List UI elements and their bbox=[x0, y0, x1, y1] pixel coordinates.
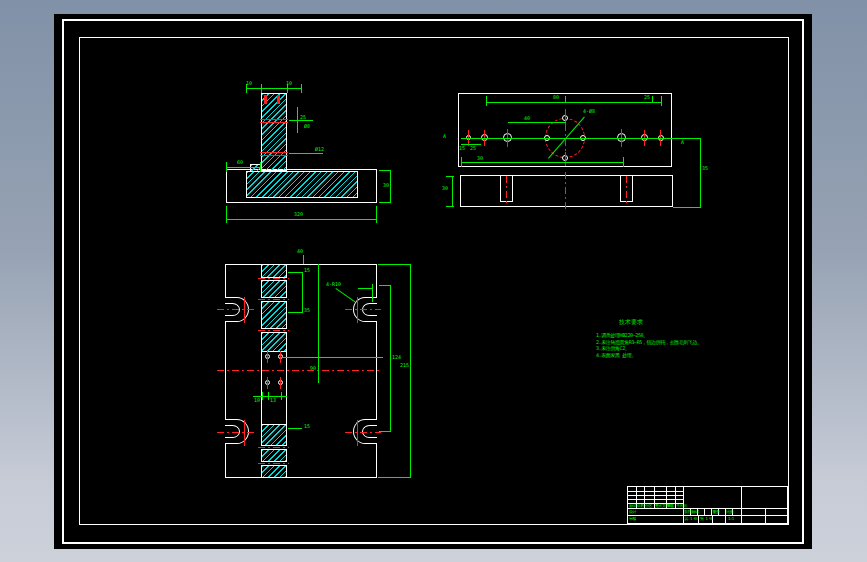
dimension-line bbox=[486, 96, 487, 106]
tech-requirements-line: 4.表面发黑 处理。 bbox=[596, 353, 636, 358]
tech-requirements-title: 技术要求 bbox=[619, 319, 643, 325]
center-line bbox=[217, 432, 257, 433]
center-line bbox=[258, 299, 289, 300]
dimension-label: 215 bbox=[400, 363, 409, 368]
center-line bbox=[217, 370, 380, 371]
dimension-line bbox=[379, 170, 390, 171]
center-line bbox=[244, 420, 245, 446]
dimension-label: 25 bbox=[470, 146, 476, 151]
dimension-line bbox=[379, 285, 390, 286]
title-block: 标记 处数 分区 更改文件号 签名 年月日 设计 审核 阶段标记 重量 比例 1… bbox=[627, 486, 788, 524]
dimension-label: 4-Ø8 bbox=[583, 109, 595, 114]
page-background: 10 10 25 Ø8 Ø12 60 320 30 bbox=[0, 0, 867, 562]
dimension-label: 10 bbox=[246, 81, 252, 86]
dimension-label: 40 bbox=[524, 116, 530, 121]
dimension-line bbox=[303, 255, 304, 264]
grid-line bbox=[725, 515, 726, 523]
dimension-line bbox=[376, 206, 377, 223]
center-line bbox=[280, 377, 281, 389]
grid-line bbox=[704, 508, 705, 515]
center-line bbox=[506, 176, 507, 206]
dimension-label: Ø8 bbox=[304, 124, 310, 129]
title-block-cell: 1:1 bbox=[728, 517, 734, 521]
tech-requirements-line: 2.未注铸造圆角R3~R5，锐边倒钝，去除毛刺飞边。 bbox=[596, 340, 702, 345]
dimension-line bbox=[446, 176, 454, 177]
dimension-line bbox=[461, 162, 623, 163]
outline bbox=[500, 175, 501, 202]
title-block-cell: 比例 bbox=[726, 510, 733, 514]
hatch-area bbox=[261, 93, 287, 171]
title-block-cell: 审核 bbox=[629, 517, 636, 521]
outline bbox=[512, 175, 513, 202]
outline bbox=[225, 264, 377, 478]
section-label: A bbox=[443, 134, 446, 139]
center-line bbox=[260, 122, 288, 123]
dimension-line bbox=[378, 264, 411, 265]
dimension-label: 40 bbox=[297, 249, 303, 254]
dimension-line bbox=[289, 153, 323, 154]
dimension-line bbox=[390, 170, 391, 203]
center-line bbox=[357, 420, 358, 446]
dimension-line bbox=[288, 272, 302, 273]
dimension-line bbox=[260, 162, 261, 172]
outline bbox=[632, 175, 633, 202]
grid-line bbox=[628, 508, 787, 509]
hole-slot bbox=[277, 95, 280, 104]
tech-requirements-line: 1.调质处理HB220~250。 bbox=[596, 333, 648, 338]
drawing-frame-inner bbox=[79, 37, 789, 525]
dimension-line bbox=[461, 157, 462, 167]
dimension-label: 25 bbox=[644, 95, 650, 100]
center-line bbox=[626, 176, 627, 206]
title-block-cell: 设计 bbox=[629, 510, 636, 514]
title-block-cell: 签名 bbox=[667, 504, 674, 508]
dimension-line bbox=[301, 84, 302, 93]
center-line bbox=[260, 152, 288, 153]
title-block-cell: 标记 bbox=[629, 504, 636, 508]
grid-line bbox=[741, 487, 742, 523]
dimension-label: 35 bbox=[702, 166, 708, 171]
title-block-cell: 处数 bbox=[637, 504, 644, 508]
center-line bbox=[260, 155, 288, 156]
dimension-label: Ø12 bbox=[315, 147, 324, 152]
dimension-line bbox=[652, 96, 653, 103]
dimension-line bbox=[226, 167, 261, 168]
dimension-label: 10 bbox=[286, 81, 292, 86]
dimension-label: 30 bbox=[383, 183, 389, 188]
hatch-area bbox=[261, 465, 287, 478]
hole-slot bbox=[264, 95, 267, 104]
dimension-line bbox=[281, 357, 383, 358]
center-line bbox=[267, 351, 268, 363]
dimension-label: 80 bbox=[553, 95, 559, 100]
dimension-label: 15 bbox=[304, 424, 310, 429]
dimension-line bbox=[673, 207, 700, 208]
center-line bbox=[258, 463, 289, 464]
dimension-label: 4-R10 bbox=[326, 282, 341, 287]
hatch-area bbox=[261, 449, 287, 462]
dimension-label: 13 bbox=[270, 398, 276, 403]
center-line bbox=[258, 330, 289, 331]
center-line bbox=[258, 447, 289, 448]
center-line bbox=[345, 309, 381, 310]
center-line bbox=[565, 172, 566, 211]
center-line bbox=[357, 297, 358, 323]
drawing-canvas[interactable]: 10 10 25 Ø8 Ø12 60 320 30 bbox=[54, 14, 812, 549]
dimension-line bbox=[379, 431, 390, 432]
dimension-line bbox=[226, 206, 227, 223]
dimension-line bbox=[379, 202, 390, 203]
dimension-label: 30 bbox=[477, 156, 483, 161]
title-block-cell: 阶段标记 bbox=[685, 510, 699, 514]
dimension-label: 90 bbox=[310, 366, 316, 371]
dimension-line bbox=[446, 206, 454, 207]
dimension-line bbox=[486, 102, 662, 103]
dimension-line bbox=[452, 176, 453, 207]
dimension-line bbox=[318, 264, 319, 383]
outline bbox=[620, 175, 621, 202]
hatch-area bbox=[261, 424, 287, 446]
dimension-line bbox=[288, 312, 302, 313]
dimension-line bbox=[226, 162, 227, 172]
title-block-cell: 共 1 张 bbox=[685, 517, 698, 521]
title-block-cell: 年月日 bbox=[676, 504, 687, 508]
section-label: A bbox=[681, 140, 684, 145]
dimension-line bbox=[262, 392, 263, 400]
dimension-line bbox=[288, 428, 302, 429]
